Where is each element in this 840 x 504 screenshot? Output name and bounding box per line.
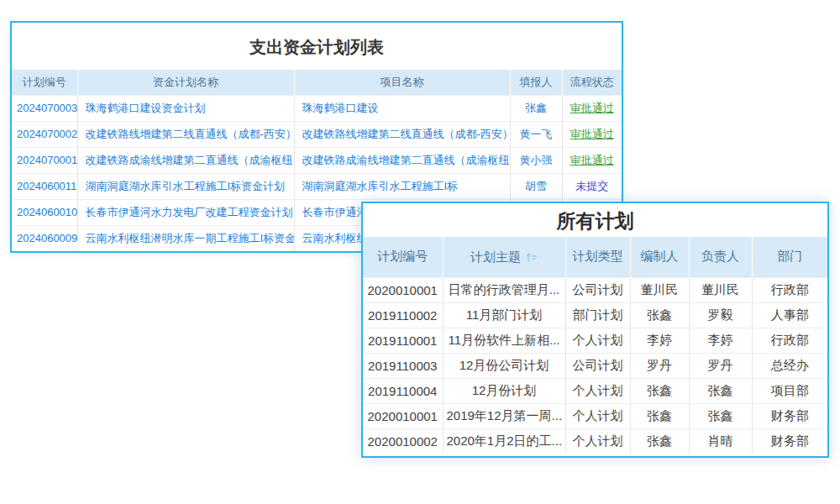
plans-cell-compiler: 张鑫 bbox=[630, 428, 689, 454]
fund-cell-reporter[interactable]: 黄小强 bbox=[510, 147, 562, 173]
plans-cell-department: 财务部 bbox=[752, 428, 827, 454]
plans-cell-plan-type: 公司计划 bbox=[565, 277, 630, 302]
plans-table-row[interactable]: 2019110004 12月份计划 个人计划 张鑫 张鑫 项目部 bbox=[363, 378, 827, 403]
fund-cell-project-name[interactable]: 改建铁路线增建第二线直通线（成都-西安）电... bbox=[294, 121, 510, 147]
fund-cell-plan-name[interactable]: 改建铁路成渝线增建第二直通线（成渝枢纽）... bbox=[77, 147, 294, 173]
plans-cell-compiler: 张鑫 bbox=[630, 378, 689, 403]
fund-cell-plan-id[interactable]: 2024070001 bbox=[12, 147, 77, 173]
fund-cell-plan-id[interactable]: 2024070003 bbox=[12, 95, 77, 121]
plans-cell-owner: 董川民 bbox=[689, 277, 752, 302]
fund-cell-plan-id[interactable]: 2024060011 bbox=[12, 173, 77, 199]
plans-table-row[interactable]: 2019110003 12月份公司计划 公司计划 罗丹 罗丹 总经办 bbox=[363, 353, 827, 378]
fund-cell-status[interactable]: 审批通过 bbox=[562, 95, 622, 121]
plans-cell-plan-type: 个人计划 bbox=[565, 428, 630, 454]
plans-col-header-subject[interactable]: 计划主题 bbox=[443, 237, 565, 277]
plans-cell-department: 人事部 bbox=[752, 302, 827, 328]
plans-cell-plan-type: 公司计划 bbox=[565, 353, 630, 378]
plans-cell-subject: 12月份计划 bbox=[443, 378, 565, 403]
all-plans-panel: 所有计划 计划编号 计划主题 bbox=[361, 202, 829, 458]
fund-table-row[interactable]: 2024070003 珠海鹤港口建设资金计划 珠海鹤港口建设 张鑫 审批通过 bbox=[12, 95, 622, 121]
fund-cell-project-name[interactable]: 珠海鹤港口建设 bbox=[294, 95, 510, 121]
plans-table-row[interactable]: 2020010002 2020年1月2日的工... 个人计划 张鑫 肖晴 财务部 bbox=[363, 428, 827, 454]
plans-col-header-department: 部门 bbox=[752, 237, 827, 277]
plans-col-header-subject-label: 计划主题 bbox=[470, 249, 521, 265]
plans-cell-plan-id: 2020010001 bbox=[363, 277, 443, 302]
plans-cell-plan-type: 个人计划 bbox=[565, 403, 630, 428]
app-canvas: 支出资金计划列表 计划编号 资金计划名称 项目名称 填报人 流程状态 20240… bbox=[0, 0, 840, 504]
plans-cell-plan-type: 部门计划 bbox=[565, 302, 630, 328]
fund-cell-project-name[interactable]: 湖南洞庭湖水库引水工程施工I标 bbox=[294, 173, 510, 199]
plans-cell-subject: 11月份软件上新相... bbox=[443, 328, 565, 353]
plans-cell-department: 项目部 bbox=[752, 378, 827, 403]
fund-cell-project-name[interactable]: 改建铁路成渝线增建第二直通线（成渝枢纽）... bbox=[294, 147, 510, 173]
fund-cell-plan-name[interactable]: 湖南洞庭湖水库引水工程施工I标资金计划 bbox=[77, 173, 294, 199]
fund-cell-status[interactable]: 审批通过 bbox=[562, 121, 622, 147]
fund-cell-plan-name[interactable]: 改建铁路线增建第二线直通线（成都-西安）电... bbox=[77, 121, 294, 147]
fund-cell-reporter[interactable]: 胡雪 bbox=[510, 173, 562, 199]
plans-cell-owner: 罗丹 bbox=[689, 353, 752, 378]
plans-cell-compiler: 张鑫 bbox=[630, 403, 689, 428]
fund-panel-title: 支出资金计划列表 bbox=[12, 23, 622, 70]
fund-cell-reporter[interactable]: 黄一飞 bbox=[510, 121, 562, 147]
fund-col-header-status: 流程状态 bbox=[562, 70, 622, 95]
plans-panel-title: 所有计划 bbox=[363, 203, 827, 237]
plans-cell-owner: 张鑫 bbox=[689, 378, 752, 403]
fund-col-header-reporter: 填报人 bbox=[510, 70, 562, 95]
plans-cell-department: 行政部 bbox=[752, 328, 827, 353]
fund-cell-plan-name[interactable]: 长春市伊通河水力发电厂改建工程资金计划 bbox=[77, 199, 294, 225]
plans-cell-subject: 11月部门计划 bbox=[443, 302, 565, 328]
all-plans-table: 计划编号 计划主题 计划类型 编制人 负责人 bbox=[363, 237, 827, 454]
plans-cell-owner: 张鑫 bbox=[689, 403, 752, 428]
plans-cell-plan-type: 个人计划 bbox=[565, 328, 630, 353]
plans-cell-owner: 李婷 bbox=[689, 328, 752, 353]
plans-cell-compiler: 李婷 bbox=[630, 328, 689, 353]
fund-table-header-row: 计划编号 资金计划名称 项目名称 填报人 流程状态 bbox=[12, 70, 622, 95]
plans-table-row[interactable]: 2020010001 日常的行政管理月... 公司计划 董川民 董川民 行政部 bbox=[363, 277, 827, 302]
fund-cell-plan-id[interactable]: 2024060009 bbox=[12, 225, 77, 251]
plans-cell-compiler: 董川民 bbox=[630, 277, 689, 302]
fund-table-row[interactable]: 2024070002 改建铁路线增建第二线直通线（成都-西安）电... 改建铁路… bbox=[12, 121, 622, 147]
plans-cell-plan-type: 个人计划 bbox=[565, 378, 630, 403]
plans-cell-compiler: 张鑫 bbox=[630, 302, 689, 328]
plans-cell-department: 财务部 bbox=[752, 403, 827, 428]
plans-cell-subject: 2019年12月第一周... bbox=[443, 403, 565, 428]
plans-table-header-row: 计划编号 计划主题 计划类型 编制人 负责人 bbox=[363, 237, 827, 277]
plans-col-header-owner: 负责人 bbox=[689, 237, 752, 277]
plans-cell-department: 行政部 bbox=[752, 277, 827, 302]
fund-cell-plan-id[interactable]: 2024060010 bbox=[12, 199, 77, 225]
plans-col-header-plan-type: 计划类型 bbox=[565, 237, 630, 277]
fund-table-row[interactable]: 2024060011 湖南洞庭湖水库引水工程施工I标资金计划 湖南洞庭湖水库引水… bbox=[12, 173, 622, 199]
fund-cell-plan-name[interactable]: 珠海鹤港口建设资金计划 bbox=[77, 95, 294, 121]
plans-col-header-plan-id: 计划编号 bbox=[363, 237, 443, 277]
plans-cell-plan-id: 2020010001 bbox=[363, 403, 443, 428]
plans-col-header-compiler: 编制人 bbox=[630, 237, 689, 277]
fund-cell-plan-id[interactable]: 2024070002 bbox=[12, 121, 77, 147]
fund-table-row[interactable]: 2024070001 改建铁路成渝线增建第二直通线（成渝枢纽）... 改建铁路成… bbox=[12, 147, 622, 173]
plans-cell-plan-id: 2020010002 bbox=[363, 428, 443, 454]
fund-cell-status[interactable]: 审批通过 bbox=[562, 147, 622, 173]
plans-cell-owner: 肖晴 bbox=[689, 428, 752, 454]
plans-cell-subject: 2020年1月2日的工... bbox=[443, 428, 565, 454]
plans-table-row[interactable]: 2019110001 11月份软件上新相... 个人计划 李婷 李婷 行政部 bbox=[363, 328, 827, 353]
plans-table-row[interactable]: 2019110002 11月部门计划 部门计划 张鑫 罗毅 人事部 bbox=[363, 302, 827, 328]
plans-cell-plan-id: 2019110001 bbox=[363, 328, 443, 353]
plans-cell-owner: 罗毅 bbox=[689, 302, 752, 328]
fund-cell-plan-name[interactable]: 云南水利枢纽潜明水库一期工程施工I标资金计划 bbox=[77, 225, 294, 251]
plans-cell-plan-id: 2019110003 bbox=[363, 353, 443, 378]
fund-col-header-plan-name: 资金计划名称 bbox=[77, 70, 294, 95]
plans-cell-department: 总经办 bbox=[752, 353, 827, 378]
fund-cell-reporter[interactable]: 张鑫 bbox=[510, 95, 562, 121]
fund-cell-status[interactable]: 未提交 bbox=[562, 173, 622, 199]
plans-cell-plan-id: 2019110002 bbox=[363, 302, 443, 328]
plans-cell-compiler: 罗丹 bbox=[630, 353, 689, 378]
plans-cell-plan-id: 2019110004 bbox=[363, 378, 443, 403]
sort-ascending-icon[interactable] bbox=[525, 251, 538, 263]
fund-col-header-plan-id: 计划编号 bbox=[12, 70, 77, 95]
plans-table-row[interactable]: 2020010001 2019年12月第一周... 个人计划 张鑫 张鑫 财务部 bbox=[363, 403, 827, 428]
fund-col-header-project-name: 项目名称 bbox=[294, 70, 510, 95]
plans-cell-subject: 日常的行政管理月... bbox=[443, 277, 565, 302]
plans-cell-subject: 12月份公司计划 bbox=[443, 353, 565, 378]
